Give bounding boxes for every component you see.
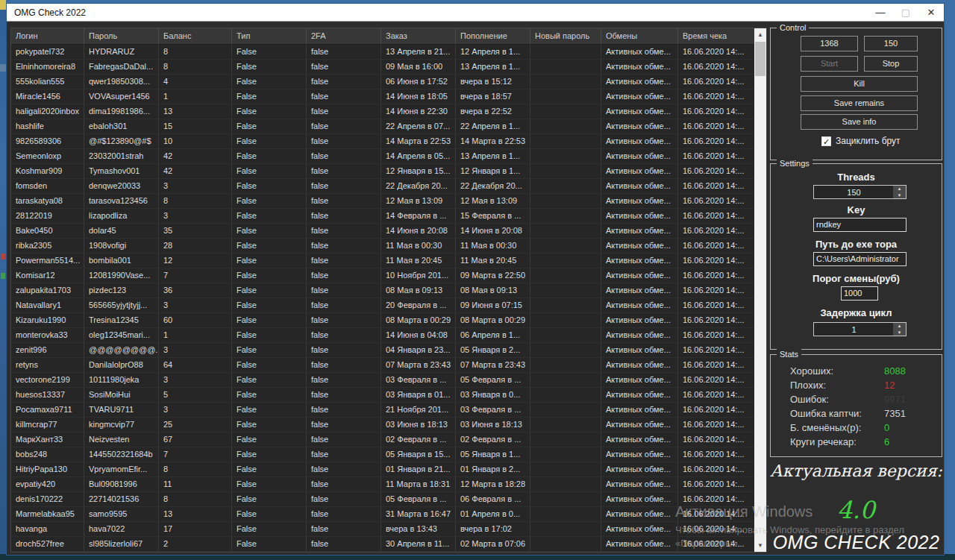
- table-row[interactable]: 555kolian555qwer19850308...4Falsefalse06…: [11, 75, 755, 89]
- save-remains-button[interactable]: Save remains: [801, 95, 918, 111]
- total-count-box[interactable]: 1368: [801, 36, 858, 51]
- cell-exchanges: Активных обме...: [601, 268, 678, 283]
- kill-button[interactable]: Kill: [801, 76, 918, 92]
- spin-up-icon[interactable]: ▲: [893, 186, 906, 192]
- cell-login: HitriyPapa130: [11, 462, 84, 476]
- cell-refill: вчера в 22:52: [456, 104, 530, 119]
- scroll-up-icon[interactable]: ▲: [754, 28, 766, 41]
- table-row[interactable]: 28122019lizapodliza3Falsefalse14 Февраля…: [11, 209, 755, 224]
- column-header[interactable]: 2FA: [307, 28, 381, 44]
- cell-type: False: [232, 239, 307, 253]
- table-row[interactable]: Elninhomoreira8FabregasDaDal...8Falsefal…: [11, 60, 755, 75]
- key-input[interactable]: rndkey: [813, 218, 907, 232]
- cell-password: TVARU9711: [84, 403, 159, 417]
- table-row[interactable]: Natavallary1565665yjytjtyjj...3Falsefals…: [11, 298, 755, 313]
- table-row[interactable]: Kizaruku1990Tresina1234560Falsefalse08 М…: [11, 313, 755, 328]
- cell-check-time: 16.06.2020 14:...: [678, 522, 755, 536]
- cell-2fa: false: [307, 328, 381, 342]
- column-header[interactable]: Баланс: [159, 28, 232, 44]
- table-row[interactable]: МаркХант33Neizvesten67Falsefalse02 Февра…: [11, 432, 755, 447]
- table-row[interactable]: hashlifeebaloh30115Falsefalse22 Апреля в…: [11, 119, 755, 134]
- cell-refill: 06 Апреля в 1...: [456, 328, 530, 342]
- column-header[interactable]: Тип: [232, 28, 307, 44]
- stat-value: 6: [884, 436, 889, 447]
- rate-count-box[interactable]: 150: [864, 36, 918, 51]
- cell-balance: 5: [159, 388, 232, 402]
- table-row[interactable]: taraskatya08tarasova1234568Falsefalse12 …: [11, 194, 755, 209]
- table-row[interactable]: vectorone219910111980jeka3Falsefalse03 Ф…: [11, 373, 755, 388]
- cycle-delay-spinner[interactable]: 1 ▲ ▼: [813, 322, 907, 336]
- table-row[interactable]: ribka23051908vofigi28Falsefalse11 Мая в …: [11, 239, 755, 254]
- table-row[interactable]: killmcrap77kingmcvip7725Falsefalse03 Июн…: [11, 418, 755, 432]
- column-header[interactable]: Заказ: [381, 28, 456, 44]
- table-row[interactable]: zenit996@@@@@@@@...3Falsefalse04 Января …: [11, 343, 755, 358]
- table-row[interactable]: havangahava702217Falsefalseвчера в 13:43…: [11, 522, 755, 537]
- table-row[interactable]: zalupakita1703pizdec12336Falsefalse08 Ма…: [11, 283, 755, 298]
- table-row[interactable]: Powerman5514...bombila00112Falsefalse11 …: [11, 254, 755, 268]
- table-row[interactable]: Miracle1456VOVAsuper14561Falsefalse14 Ию…: [11, 89, 755, 104]
- cell-new-password: [530, 328, 601, 342]
- table-row[interactable]: 9826589306@#$123890@#$10Falsefalse14 Мар…: [11, 134, 755, 149]
- table-row[interactable]: haligali2020inboxdima19981986...13Falsef…: [11, 104, 755, 119]
- scrollbar-thumb[interactable]: [755, 42, 765, 76]
- spin-down-icon[interactable]: ▼: [893, 192, 906, 199]
- cell-new-password: [530, 134, 601, 148]
- table-row[interactable]: Pocamaxa9711TVARU97113Falsefalse21 Ноябр…: [11, 403, 755, 418]
- table-row[interactable]: huesos13337SosiMoiHui5Falsefalse03 Январ…: [11, 388, 755, 403]
- threads-spin-buttons[interactable]: ▲ ▼: [893, 186, 906, 198]
- stop-button[interactable]: Stop: [864, 56, 918, 72]
- column-header[interactable]: Логин: [11, 28, 84, 44]
- cell-refill: 08 Мая в 09:13: [456, 283, 530, 298]
- table-row[interactable]: Marmelabkaa95samo959513Falsefalse31 Март…: [11, 507, 755, 522]
- table-row[interactable]: pokypatel732HYDRARUZ8Falsefalse13 Апреля…: [11, 45, 755, 60]
- close-button[interactable]: ✕: [918, 4, 944, 21]
- spin-up-icon[interactable]: ▲: [893, 323, 906, 330]
- stat-label: Ошибка каптчи:: [790, 408, 862, 419]
- table-row[interactable]: HitriyPapa130VpryamomEfir...8Falsefalse0…: [11, 462, 755, 477]
- threads-spinner[interactable]: 150 ▲ ▼: [813, 185, 907, 199]
- cell-type: False: [232, 283, 307, 298]
- cell-balance: 3: [159, 209, 232, 223]
- table-row[interactable]: bobs2481445502321684b7Falsefalse05 Январ…: [11, 447, 755, 462]
- cell-login: Elninhomoreira8: [11, 60, 84, 74]
- checkbox-check-icon[interactable]: ✓: [821, 136, 831, 146]
- table-row[interactable]: monterovka33oleg12345mari...1Falsefalse1…: [11, 328, 755, 343]
- table-row[interactable]: evpatiy420Bul0908199611Falsefalse11 Март…: [11, 477, 755, 492]
- cycle-delay-spin-buttons[interactable]: ▲ ▼: [893, 323, 906, 336]
- table-row[interactable]: droch527freesl985lizerloli672Falsefalse3…: [11, 537, 755, 552]
- change-threshold-input[interactable]: 1000: [841, 286, 878, 301]
- table-row[interactable]: Koshmar909Tymashov00142Falsefalse12 Янва…: [11, 164, 755, 179]
- column-header[interactable]: Пароль: [84, 28, 159, 44]
- spin-down-icon[interactable]: ▼: [893, 330, 906, 336]
- cell-exchanges: Активных обме...: [601, 209, 678, 223]
- table-row[interactable]: Bake0450dolar4535Falsefalse14 Июня в 20:…: [11, 224, 755, 239]
- table-row[interactable]: Komisar1212081990Vase...7Falsefalse10 Но…: [11, 268, 755, 283]
- table-row[interactable]: denis170222227140215368Falsefalse05 Февр…: [11, 492, 755, 507]
- tor-path-input[interactable]: C:\Users\Administrator: [813, 252, 907, 266]
- column-header[interactable]: Обмены: [601, 28, 678, 44]
- minimize-button[interactable]: —: [868, 4, 893, 21]
- column-header[interactable]: Время чека: [678, 28, 755, 44]
- cell-login: huesos13337: [11, 388, 84, 402]
- cell-balance: 2: [159, 537, 232, 551]
- cell-type: False: [232, 388, 307, 402]
- cell-order: 11 Марта в 18:31: [381, 477, 456, 491]
- vertical-scrollbar[interactable]: ▲ ▼: [754, 28, 766, 552]
- table-row[interactable]: fomsdendenqwe200333Falsefalse22 Декабря …: [11, 179, 755, 194]
- loop-brute-checkbox[interactable]: ✓ Зациклить брут: [821, 136, 901, 146]
- table-row[interactable]: retynsDanilalolprO8864Falsefalse07 Марта…: [11, 358, 755, 373]
- start-button[interactable]: Start: [801, 56, 858, 72]
- cell-password: hava7022: [84, 522, 159, 536]
- column-header[interactable]: Пополнение: [456, 28, 530, 44]
- column-header[interactable]: Новый пароль: [530, 28, 601, 44]
- cell-refill: 12 Марта в 18:28: [456, 477, 530, 491]
- save-info-button[interactable]: Save info: [801, 114, 918, 130]
- cell-login: Koshmar909: [11, 164, 84, 178]
- desktop-icon-fragment: [1, 273, 5, 279]
- table-body: pokypatel732HYDRARUZ8Falsefalse13 Апреля…: [11, 45, 755, 552]
- cell-type: False: [232, 194, 307, 208]
- cell-check-time: 16.06.2020 14:...: [678, 239, 755, 253]
- maximize-button[interactable]: ▢: [893, 4, 918, 21]
- cell-type: False: [232, 447, 307, 462]
- table-row[interactable]: Semeonloxp23032001strah42Falsefalse14 Ап…: [11, 149, 755, 164]
